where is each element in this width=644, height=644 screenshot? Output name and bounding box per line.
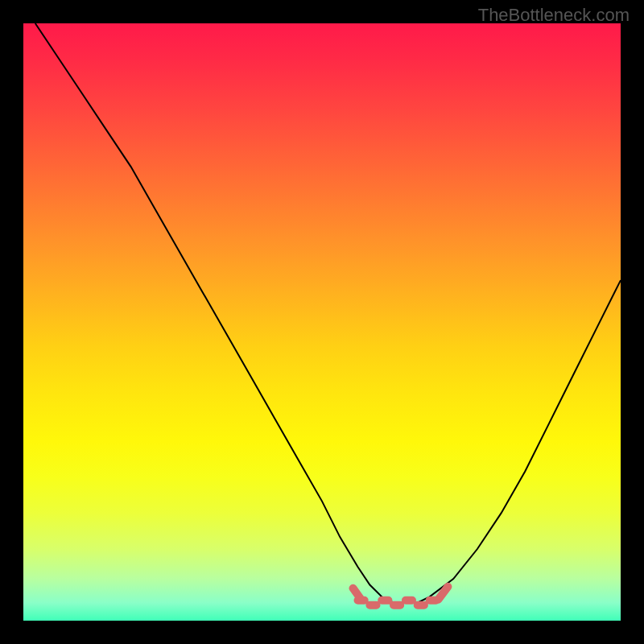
curve-svg xyxy=(23,23,621,621)
chart-plot-area xyxy=(23,23,621,621)
bottleneck-curve xyxy=(35,23,621,603)
watermark-text: TheBottleneck.com xyxy=(478,5,630,26)
optimal-flat-zone xyxy=(353,587,448,605)
